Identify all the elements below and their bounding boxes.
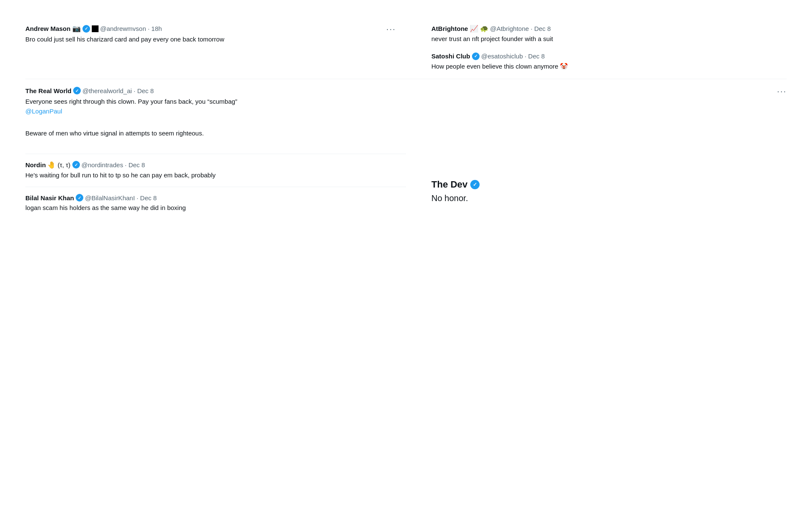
handle-time: @nordintrades · Dec 8 bbox=[82, 161, 145, 168]
handle-time: @Atbrightone · Dec 8 bbox=[490, 25, 551, 32]
author-line: Satoshi Club @esatoshiclub · Dec 8 bbox=[431, 52, 776, 60]
tweet-body: Bro could just sell his charizard card a… bbox=[25, 35, 396, 44]
more-options-button[interactable]: ··· bbox=[386, 25, 396, 33]
mention-link[interactable]: @LoganPaul bbox=[25, 108, 62, 115]
verified-icon bbox=[472, 52, 480, 60]
bilal-tweet: Bilal Nasir Khan @BilalNasirKhanI · Dec … bbox=[25, 187, 406, 213]
author-name: Nordin bbox=[25, 161, 46, 168]
andrew-mason-tweet: Andrew Mason 📷 @andrewmvson · 18h ··· Br… bbox=[25, 17, 406, 79]
the-dev-block: The Dev No honor. bbox=[406, 154, 787, 213]
bottom-row: Nordin 🤚 (τ, τ) @nordintrades · Dec 8 He… bbox=[25, 154, 787, 213]
turtle-emoji: 🐢 bbox=[480, 25, 488, 33]
dev-author-name: The Dev bbox=[431, 179, 468, 190]
tweet-body: logan scam his holders as the same way h… bbox=[25, 203, 406, 213]
satoshi-club-tweet: Satoshi Club @esatoshiclub · Dec 8 How p… bbox=[431, 48, 787, 79]
author-name: Bilal Nasir Khan bbox=[25, 194, 74, 202]
dev-verified-icon bbox=[470, 180, 480, 189]
quote-text: Beware of men who virtue signal in attem… bbox=[25, 124, 787, 146]
handle-time: @andrewmvson · 18h bbox=[100, 25, 162, 32]
author-name: Satoshi Club bbox=[431, 52, 470, 60]
author-line: Bilal Nasir Khan @BilalNasirKhanI · Dec … bbox=[25, 194, 406, 202]
verified-icon bbox=[73, 87, 81, 94]
tweet-body: How people even believe this clown anymo… bbox=[431, 62, 776, 72]
bottom-left: Nordin 🤚 (τ, τ) @nordintrades · Dec 8 He… bbox=[25, 154, 406, 213]
black-square-icon bbox=[92, 25, 99, 32]
hand-emoji: 🤚 bbox=[47, 161, 56, 169]
right-top-section: AtBrightone 📈 🐢 @Atbrightone · Dec 8 nev… bbox=[406, 17, 787, 79]
tweet-header: Andrew Mason 📷 @andrewmvson · 18h ··· bbox=[25, 25, 396, 33]
tweet-body: never trust an nft project founder with … bbox=[431, 34, 776, 44]
dev-tweet-body: No honor. bbox=[431, 192, 787, 204]
author-name: The Real World bbox=[25, 87, 71, 94]
handle-time: @esatoshiclub · Dec 8 bbox=[481, 52, 545, 60]
handle-time: @therealworld_ai · Dec 8 bbox=[82, 87, 154, 94]
dev-author-line: The Dev bbox=[431, 179, 787, 190]
author-name: Andrew Mason bbox=[25, 25, 71, 32]
tweet-header: The Real World @therealworld_ai · Dec 8 … bbox=[25, 87, 787, 95]
standalone-quote: Beware of men who virtue signal in attem… bbox=[25, 116, 787, 154]
more-options-button[interactable]: ··· bbox=[777, 87, 787, 95]
author-line: The Real World @therealworld_ai · Dec 8 bbox=[25, 87, 154, 94]
tweet-body: He's waiting for bull run to hit to tp s… bbox=[25, 171, 406, 180]
real-world-section: The Real World @therealworld_ai · Dec 8 … bbox=[25, 79, 787, 116]
author-name: AtBrightone bbox=[431, 25, 468, 32]
tweet-body: Everyone sees right through this clown. … bbox=[25, 97, 787, 116]
chart-emoji: 📈 bbox=[470, 25, 478, 33]
verified-icon bbox=[82, 25, 90, 33]
nordin-tweet: Nordin 🤚 (τ, τ) @nordintrades · Dec 8 He… bbox=[25, 154, 406, 187]
tau-symbol: (τ, τ) bbox=[58, 161, 70, 168]
verified-icon bbox=[76, 194, 83, 202]
author-line: AtBrightone 📈 🐢 @Atbrightone · Dec 8 bbox=[431, 25, 776, 33]
author-line: Nordin 🤚 (τ, τ) @nordintrades · Dec 8 bbox=[25, 161, 406, 169]
handle-time: @BilalNasirKhanI · Dec 8 bbox=[85, 194, 156, 202]
camera-emoji: 📷 bbox=[72, 25, 81, 33]
verified-icon bbox=[72, 161, 80, 168]
atbrightone-tweet: AtBrightone 📈 🐢 @Atbrightone · Dec 8 nev… bbox=[431, 17, 787, 48]
author-line: Andrew Mason 📷 @andrewmvson · 18h bbox=[25, 25, 162, 33]
